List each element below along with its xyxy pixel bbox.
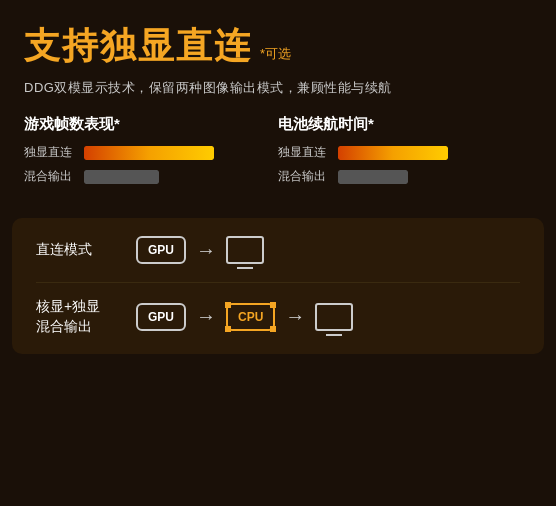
mode-hybrid-diagram: GPU → CPU → — [136, 303, 353, 331]
metric-fps: 游戏帧数表现* 独显直连 混合输出 — [24, 115, 278, 192]
battery-gpu-row: 独显直连 — [278, 144, 532, 161]
fps-mix-bar — [84, 170, 159, 184]
metric-battery-title: 电池续航时间* — [278, 115, 532, 134]
fps-gpu-label: 独显直连 — [24, 144, 76, 161]
battery-mix-row: 混合输出 — [278, 168, 532, 185]
arrow-3: → — [285, 305, 305, 328]
mode-direct-label: 直连模式 — [36, 240, 116, 260]
mode-direct-diagram: GPU → — [136, 236, 264, 264]
screen-direct — [226, 236, 264, 264]
bottom-section: 直连模式 GPU → 核显+独显混合输出 GPU → CPU → — [12, 218, 544, 354]
mode-hybrid-row: 核显+独显混合输出 GPU → CPU → — [36, 297, 520, 336]
gpu-chip-direct: GPU — [136, 236, 186, 264]
fps-mix-row: 混合输出 — [24, 168, 278, 185]
screen-hybrid — [315, 303, 353, 331]
mode-direct-row: 直连模式 GPU → — [36, 236, 520, 264]
metrics-row: 游戏帧数表现* 独显直连 混合输出 电池续航时间* 独显直连 — [24, 115, 532, 192]
battery-mix-bar — [338, 170, 408, 184]
mode-hybrid-label: 核显+独显混合输出 — [36, 297, 116, 336]
fps-gpu-row: 独显直连 — [24, 144, 278, 161]
battery-gpu-bar — [338, 146, 448, 160]
title-row: 支持独显直连 *可选 — [24, 22, 532, 71]
fps-mix-label: 混合输出 — [24, 168, 76, 185]
fps-gpu-bar — [84, 146, 214, 160]
cpu-corner-tr — [270, 302, 276, 308]
cpu-corner-br — [270, 326, 276, 332]
gpu-chip-hybrid: GPU — [136, 303, 186, 331]
cpu-corner-tl — [225, 302, 231, 308]
main-title: 支持独显直连 — [24, 22, 252, 71]
arrow-1: → — [196, 239, 216, 262]
cpu-corner-bl — [225, 326, 231, 332]
divider — [36, 282, 520, 283]
metric-fps-title: 游戏帧数表现* — [24, 115, 278, 134]
description: DDG双模显示技术，保留两种图像输出模式，兼顾性能与续航 — [24, 79, 532, 97]
top-section: 支持独显直连 *可选 DDG双模显示技术，保留两种图像输出模式，兼顾性能与续航 … — [0, 0, 556, 218]
fps-mix-fill — [84, 170, 159, 184]
subtitle-tag: *可选 — [260, 45, 291, 63]
metric-battery: 电池续航时间* 独显直连 混合输出 — [278, 115, 532, 192]
battery-mix-fill — [338, 170, 408, 184]
battery-gpu-fill — [338, 146, 448, 160]
fps-gpu-fill — [84, 146, 214, 160]
arrow-2: → — [196, 305, 216, 328]
cpu-chip-hybrid: CPU — [226, 303, 275, 331]
battery-mix-label: 混合输出 — [278, 168, 330, 185]
battery-gpu-label: 独显直连 — [278, 144, 330, 161]
